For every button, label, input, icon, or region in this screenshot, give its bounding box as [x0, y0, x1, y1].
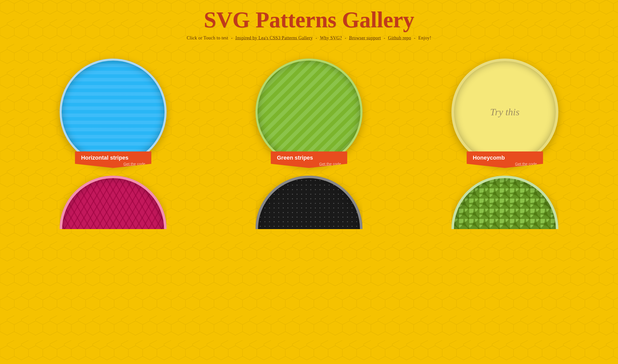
pattern-cell-scales [407, 171, 603, 234]
subtitle-click-touch: Click or Touch to test [187, 35, 228, 40]
get-code-link-horizontal-stripes[interactable]: Get the code [81, 162, 145, 166]
label-tag-honeycomb: Honeycomb Get the code [467, 151, 543, 168]
subtitle-enjoy: Enjoy! [418, 35, 431, 40]
label-name-green-stripes: Green stripes [277, 155, 341, 161]
circle-wrapper-honeycomb[interactable]: Try this Honeycomb Get the code [451, 59, 558, 165]
circle-wrapper-dots[interactable] [256, 176, 362, 229]
gallery-grid: Horizontal stripes Get the code Green st… [0, 43, 618, 239]
pattern-cell-green-stripes: Green stripes Get the code [211, 53, 407, 171]
pattern-cell-dots [211, 171, 407, 234]
circle-wrapper-horizontal-stripes[interactable]: Horizontal stripes Get the code [60, 59, 167, 165]
page-header: SVG Patterns Gallery Click or Touch to t… [0, 0, 618, 43]
label-name-horizontal-stripes: Horizontal stripes [81, 155, 145, 161]
subtitle: Click or Touch to test - Inspired by Lea… [5, 35, 613, 41]
pattern-preview-scales[interactable] [451, 176, 558, 229]
pattern-preview-dots[interactable] [256, 176, 362, 229]
pattern-cell-chevron [15, 171, 211, 234]
link-css3-gallery[interactable]: Inspired by Lea's CSS3 Patterns Gallery [235, 35, 313, 40]
label-name-honeycomb: Honeycomb [473, 155, 537, 161]
label-tag-green-stripes: Green stripes Get the code [271, 151, 347, 168]
get-code-link-green-stripes[interactable]: Get the code [277, 162, 341, 166]
circle-wrapper-scales[interactable] [451, 176, 558, 229]
label-tag-horizontal-stripes: Horizontal stripes Get the code [75, 151, 151, 168]
circle-wrapper-green-stripes[interactable]: Green stripes Get the code [256, 59, 362, 165]
pattern-preview-green-stripes[interactable] [256, 59, 362, 165]
pattern-cell-honeycomb: Try this Honeycomb Get the code [407, 53, 603, 171]
page-title: SVG Patterns Gallery [5, 8, 613, 32]
link-github-repo[interactable]: Github repo [388, 35, 411, 40]
try-this-text: Try this [490, 106, 519, 118]
pattern-preview-honeycomb[interactable]: Try this [451, 59, 558, 165]
pattern-cell-horizontal-stripes: Horizontal stripes Get the code [15, 53, 211, 171]
link-why-svg[interactable]: Why SVG? [320, 35, 342, 40]
get-code-link-honeycomb[interactable]: Get the code [473, 162, 537, 166]
link-browser-support[interactable]: Browser support [349, 35, 381, 40]
pattern-preview-horizontal-stripes[interactable] [60, 59, 167, 165]
circle-wrapper-chevron[interactable] [60, 176, 167, 229]
pattern-preview-chevron[interactable] [60, 176, 167, 229]
